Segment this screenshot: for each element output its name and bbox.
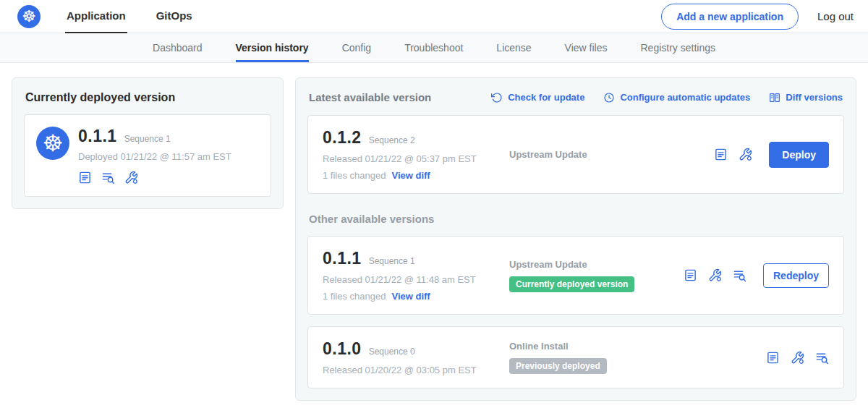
- logs-icon[interactable]: [101, 171, 115, 184]
- files-changed-row: 1 files changed View diff: [323, 170, 509, 181]
- deploy-button[interactable]: Deploy: [769, 142, 829, 168]
- version-actions: Redeploy: [684, 263, 829, 288]
- diff-versions-link[interactable]: Diff versions: [769, 92, 843, 103]
- version-source: Upstream Update: [509, 149, 714, 160]
- header-actions: Check for update Configure automatic upd…: [491, 92, 843, 103]
- diff-icon: [769, 92, 780, 103]
- topbar-right: Add a new application Log out: [661, 4, 854, 30]
- version-source: Upstream Update Currently deployed versi…: [509, 259, 684, 292]
- source-label: Upstream Update: [509, 259, 676, 270]
- version-source: Online Install Previously deployed: [509, 341, 766, 374]
- add-application-button[interactable]: Add a new application: [661, 4, 799, 30]
- subnav-version-history[interactable]: Version history: [236, 33, 309, 62]
- diff-versions-label: Diff versions: [786, 92, 843, 103]
- release-notes-icon[interactable]: [766, 351, 780, 365]
- sequence-label: Sequence 1: [124, 134, 171, 144]
- latest-version-title: Latest available version: [309, 91, 431, 103]
- version-card-0-1-2: 0.1.2 Sequence 2 Released 01/21/22 @ 05:…: [307, 115, 844, 194]
- deployed-action-icons: [78, 171, 231, 184]
- subnav-registry-settings[interactable]: Registry settings: [641, 33, 715, 62]
- refresh-icon: [491, 92, 503, 103]
- logs-icon[interactable]: [815, 351, 829, 365]
- config-icon[interactable]: [708, 268, 722, 282]
- configure-automatic-updates-label: Configure automatic updates: [620, 92, 750, 103]
- deployed-version-card: ☸ 0.1.1 Sequence 1 Deployed 01/21/22 @ 1…: [24, 114, 271, 197]
- source-label: Upstream Update: [509, 149, 707, 160]
- version-actions: Deploy: [714, 142, 829, 168]
- config-icon[interactable]: [791, 351, 804, 365]
- previously-deployed-badge: Previously deployed: [509, 358, 607, 374]
- check-for-update-label: Check for update: [508, 92, 584, 103]
- deployed-panel-title: Currently deployed version: [25, 91, 271, 104]
- currently-deployed-badge: Currently deployed version: [509, 276, 634, 292]
- source-label: Online Install: [509, 341, 759, 352]
- files-changed-label: 1 files changed: [323, 291, 386, 302]
- subnav-troubleshoot[interactable]: Troubleshoot: [404, 33, 463, 62]
- redeploy-button[interactable]: Redeploy: [763, 263, 829, 288]
- release-notes-icon[interactable]: [684, 268, 697, 282]
- other-versions-title: Other available versions: [309, 213, 843, 225]
- release-notes-icon[interactable]: [78, 171, 92, 184]
- config-icon[interactable]: [124, 171, 138, 184]
- kubernetes-logo[interactable]: ☸: [17, 5, 41, 28]
- version-info: 0.1.2 Sequence 2 Released 01/21/22 @ 05:…: [323, 128, 509, 181]
- version-row: 0.1.2 Sequence 2: [323, 128, 509, 148]
- files-changed-label: 1 files changed: [323, 170, 386, 181]
- config-icon[interactable]: [739, 148, 752, 161]
- version-card-0-1-0: 0.1.0 Sequence 0 Released 01/20/22 @ 03:…: [307, 326, 844, 388]
- logs-icon[interactable]: [733, 268, 746, 282]
- version-card-0-1-1: 0.1.1 Sequence 1 Released 01/21/22 @ 11:…: [307, 236, 844, 315]
- subnav-license[interactable]: License: [496, 33, 531, 62]
- top-tabs: Application GitOps: [65, 0, 194, 33]
- sequence-label: Sequence 1: [369, 256, 415, 266]
- helm-wheel-icon: ☸: [43, 132, 64, 155]
- clock-icon: [603, 92, 615, 103]
- helm-wheel-icon: ☸: [22, 9, 36, 25]
- app-icon: ☸: [36, 127, 69, 160]
- app-subnav: Dashboard Version history Config Trouble…: [0, 33, 868, 63]
- version-number: 0.1.2: [323, 128, 362, 148]
- version-actions: [766, 351, 829, 365]
- top-navbar: ☸ Application GitOps Add a new applicati…: [0, 0, 868, 33]
- released-timestamp: Released 01/21/22 @ 11:48 am EST: [323, 274, 509, 285]
- logout-link[interactable]: Log out: [817, 10, 854, 22]
- panel-header: Latest available version Check for updat…: [309, 91, 843, 103]
- subnav-config[interactable]: Config: [342, 33, 371, 62]
- version-row: 0.1.1 Sequence 1: [323, 249, 509, 268]
- view-diff-link[interactable]: View diff: [391, 170, 430, 181]
- main-content: Currently deployed version ☸ 0.1.1 Seque…: [0, 63, 868, 408]
- sequence-label: Sequence 0: [369, 347, 415, 357]
- version-history-panel: Latest available version Check for updat…: [295, 77, 856, 401]
- subnav-view-files[interactable]: View files: [565, 33, 608, 62]
- files-changed-row: 1 files changed View diff: [323, 291, 509, 302]
- configure-automatic-updates-link[interactable]: Configure automatic updates: [603, 92, 750, 103]
- currently-deployed-panel: Currently deployed version ☸ 0.1.1 Seque…: [12, 77, 284, 209]
- tab-gitops[interactable]: GitOps: [155, 0, 194, 33]
- deployed-timestamp: Deployed 01/21/22 @ 11:57 am EST: [78, 151, 231, 162]
- released-timestamp: Released 01/20/22 @ 03:05 pm EST: [323, 365, 509, 375]
- deployed-version-info: 0.1.1 Sequence 1 Deployed 01/21/22 @ 11:…: [78, 127, 231, 184]
- tab-application[interactable]: Application: [65, 0, 127, 33]
- version-info: 0.1.0 Sequence 0 Released 01/20/22 @ 03:…: [323, 339, 509, 375]
- subnav-dashboard[interactable]: Dashboard: [153, 33, 203, 62]
- view-diff-link[interactable]: View diff: [391, 291, 430, 302]
- version-info: 0.1.1 Sequence 1 Released 01/21/22 @ 11:…: [323, 249, 509, 302]
- version-number: 0.1.1: [78, 127, 117, 146]
- version-number: 0.1.0: [323, 339, 362, 359]
- sequence-label: Sequence 2: [369, 135, 415, 145]
- check-for-update-link[interactable]: Check for update: [491, 92, 584, 103]
- released-timestamp: Released 01/21/22 @ 05:37 pm EST: [323, 153, 509, 164]
- version-row: 0.1.1 Sequence 1: [78, 127, 231, 146]
- release-notes-icon[interactable]: [714, 148, 728, 161]
- version-row: 0.1.0 Sequence 0: [323, 339, 509, 359]
- version-number: 0.1.1: [323, 249, 362, 268]
